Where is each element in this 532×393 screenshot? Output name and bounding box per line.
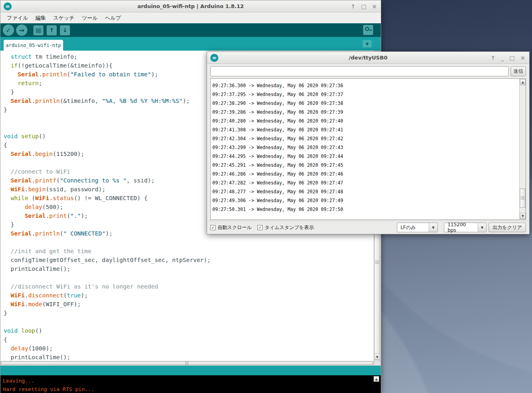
autoscroll-checkbox[interactable]: ✓: [210, 225, 216, 230]
console-text: Leaving...Hard resetting via RTS pin...: [0, 375, 381, 393]
send-button[interactable]: 送信: [511, 66, 526, 76]
serial-line: 09:27:49.306 -> Wednesday, May 06 2020 0…: [212, 196, 526, 205]
serial-line: 09:27:46.286 -> Wednesday, May 06 2020 0…: [212, 170, 526, 178]
close-button[interactable]: ×: [372, 4, 377, 9]
code-line: delay(1000);: [4, 344, 374, 353]
line-ending-select[interactable]: LFのみ ▼: [397, 223, 438, 232]
menu-item-2[interactable]: スケッチ: [50, 13, 78, 23]
code-line: //init and get the time: [4, 247, 374, 256]
maximize-button[interactable]: □: [361, 4, 366, 9]
upload-icon[interactable]: →: [16, 25, 27, 36]
code-line: [4, 273, 374, 282]
autoscroll-label: 自動スクロール: [218, 224, 252, 231]
editor-hscrollbar[interactable]: [0, 361, 374, 366]
tab-menu-button[interactable]: ▼: [363, 40, 372, 47]
tab-bar: arduino_05-wifi-ntp ▼: [0, 37, 381, 51]
menu-item-4[interactable]: ヘルプ: [102, 13, 124, 23]
serial-line: 09:27:47.282 -> Wednesday, May 06 2020 0…: [212, 178, 526, 187]
save-sketch-icon[interactable]: ↓: [60, 25, 70, 35]
arduino-logo-icon: ∞: [210, 54, 218, 62]
save-sketch-icon-glyph: ↓: [63, 27, 68, 33]
verify-icon[interactable]: ✓: [3, 25, 14, 36]
console-scroll-up-button[interactable]: ▲: [374, 376, 379, 382]
scroll-down-icon: ▼: [376, 355, 378, 359]
serial-line: 09:27:41.308 -> Wednesday, May 06 2020 0…: [212, 125, 526, 134]
menu-item-0[interactable]: ファイル: [4, 13, 31, 23]
scrollbar-corner: [374, 361, 381, 366]
serial-titlebar[interactable]: ∞ /dev/ttyUSB0 ↑_□×: [207, 52, 529, 64]
toolbar: ✓→▤↑↓: [0, 23, 381, 37]
open-sketch-icon[interactable]: ↑: [47, 25, 57, 35]
code-line: WiFi.mode(WIFI_OFF);: [4, 300, 374, 309]
code-line: printLocalTime();: [4, 353, 374, 361]
serial-line: 09:27:38.290 -> Wednesday, May 06 2020 0…: [212, 99, 526, 108]
autoscroll-checkbox-group[interactable]: ✓ 自動スクロール: [210, 224, 252, 231]
timestamp-label: タイムスタンプを表示: [265, 224, 314, 231]
serial-line: 09:27:50.301 -> Wednesday, May 06 2020 0…: [212, 205, 526, 214]
menu-bar: ファイル編集スケッチツールヘルプ: [0, 12, 381, 23]
serial-scrollbar-thumb[interactable]: [520, 188, 526, 208]
toolbar-left: ✓→▤↑↓: [3, 25, 73, 36]
serial-line: 09:27:42.304 -> Wednesday, May 06 2020 0…: [212, 134, 526, 143]
main-window-buttons: ↑□×: [351, 0, 377, 12]
serial-line: 09:27:39.286 -> Wednesday, May 06 2020 0…: [212, 108, 526, 117]
chevron-down-icon: ▼: [366, 42, 369, 46]
main-window-title: arduino_05-wifi-ntp | Arduino 1.8.12: [0, 3, 381, 9]
code-line: [4, 317, 374, 326]
send-row: 送信: [210, 66, 526, 76]
serial-monitor-button[interactable]: [363, 25, 373, 35]
serial-line: 09:27:43.299 -> Wednesday, May 06 2020 0…: [212, 143, 526, 152]
serial-scroll-up-button[interactable]: ▲: [520, 79, 526, 85]
editor-scroll-down-button[interactable]: ▼: [374, 354, 380, 360]
main-titlebar[interactable]: ∞ arduino_05-wifi-ntp | Arduino 1.8.12 ↑…: [0, 0, 381, 12]
code-line: {: [4, 335, 374, 344]
chevron-down-icon[interactable]: ▼: [429, 223, 438, 232]
chevron-down-icon[interactable]: ▼: [478, 223, 486, 232]
arduino-logo-icon: ∞: [4, 2, 12, 10]
shade-button[interactable]: ↑: [491, 55, 495, 61]
console-scrollbar[interactable]: ▲: [374, 376, 380, 393]
timestamp-checkbox[interactable]: ✓: [257, 225, 263, 230]
maximize-button[interactable]: □: [509, 55, 515, 61]
clear-output-button[interactable]: 出力をクリア: [489, 223, 526, 232]
close-button[interactable]: ×: [520, 55, 525, 61]
new-sketch-icon[interactable]: ▤: [33, 25, 43, 35]
serial-line: 09:27:36.300 -> Wednesday, May 06 2020 0…: [212, 81, 526, 90]
desktop: ∞ arduino_05-wifi-ntp | Arduino 1.8.12 ↑…: [0, 0, 532, 393]
scroll-grip: [375, 261, 379, 264]
serial-scroll-down-button[interactable]: ▼: [520, 213, 526, 219]
serial-bottom-bar: ✓ 自動スクロール ✓ タイムスタンプを表示 LFのみ ▼ 115200 bps…: [207, 221, 529, 234]
scroll-grip: [521, 196, 525, 200]
shade-button[interactable]: ↑: [351, 4, 355, 9]
line-ending-value: LFのみ: [397, 223, 419, 232]
serial-line: 09:27:45.291 -> Wednesday, May 06 2020 0…: [212, 161, 526, 170]
baud-rate-select[interactable]: 115200 bps ▼: [444, 223, 487, 232]
verify-icon-glyph: ✓: [6, 27, 11, 34]
build-console: Leaving...Hard resetting via RTS pin... …: [0, 375, 381, 393]
serial-monitor-icon: [365, 27, 369, 31]
timestamp-checkbox-group[interactable]: ✓ タイムスタンプを表示: [257, 224, 314, 231]
status-bar: [0, 366, 381, 375]
serial-output[interactable]: 09:27:36.300 -> Wednesday, May 06 2020 0…: [210, 78, 526, 220]
scroll-down-icon: ▼: [522, 214, 524, 218]
serial-window-buttons: ↑_□×: [491, 52, 525, 64]
tab-label: arduino_05-wifi-ntp: [6, 43, 61, 48]
serial-send-input[interactable]: [210, 66, 509, 76]
menu-item-1[interactable]: 編集: [32, 13, 49, 23]
scroll-up-icon: ▲: [522, 80, 524, 84]
menu-item-3[interactable]: ツール: [78, 13, 101, 23]
serial-monitor-window: ∞ /dev/ttyUSB0 ↑_□× 送信 09:27:36.300 -> W…: [207, 51, 530, 234]
code-line: }: [4, 309, 374, 317]
code-line: //disconnect WiFi as it's no longer need…: [4, 282, 374, 291]
upload-icon-glyph: →: [19, 27, 24, 34]
code-line: void loop(): [4, 326, 374, 335]
minimize-button[interactable]: _: [501, 55, 504, 61]
code-line: WiFi.disconnect(true);: [4, 291, 374, 300]
tab-sketch[interactable]: arduino_05-wifi-ntp: [4, 40, 63, 51]
open-sketch-icon-glyph: ↑: [49, 27, 54, 33]
editor-hscrollbar-thumb[interactable]: [1, 362, 373, 365]
serial-scrollbar[interactable]: ▲ ▼: [519, 79, 526, 219]
serial-line: 09:27:48.277 -> Wednesday, May 06 2020 0…: [212, 187, 526, 196]
serial-line: 09:27:37.295 -> Wednesday, May 06 2020 0…: [212, 90, 526, 99]
code-line: [4, 238, 374, 247]
